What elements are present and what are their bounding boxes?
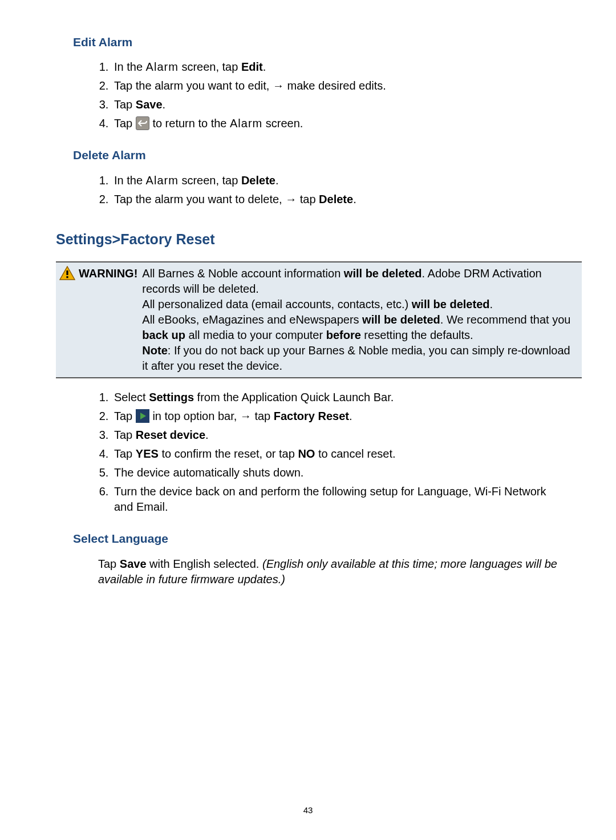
- text: .: [263, 60, 266, 73]
- text: In the: [114, 60, 146, 73]
- warning-body: All Barnes & Noble account information w…: [142, 266, 578, 374]
- text: back up: [142, 329, 185, 341]
- delete-alarm-steps: In the Alarm screen, tap Delete. Tap the…: [73, 173, 565, 207]
- text: in top option bar, → tap: [152, 410, 273, 422]
- text: will be deleted: [344, 267, 422, 280]
- text: to return to the: [152, 117, 230, 130]
- text: . We recommend that you: [440, 313, 571, 326]
- list-item: In the Alarm screen, tap Edit.: [112, 59, 565, 75]
- list-item: Turn the device back on and perform the …: [112, 484, 565, 515]
- text: The device automatically shuts down.: [114, 466, 303, 479]
- text: Delete: [319, 193, 353, 205]
- list-item: Tap YES to confirm the reset, or tap NO …: [112, 446, 565, 462]
- text: Tap: [114, 117, 136, 130]
- text: Tap: [114, 447, 136, 460]
- text: .: [353, 193, 356, 205]
- text: All Barnes & Noble account information: [142, 267, 344, 280]
- text: All eBooks, eMagazines and eNewspapers: [142, 313, 362, 326]
- text: Tap the alarm you want to edit, → make d…: [114, 79, 386, 92]
- warning-label: WARNING!: [79, 266, 137, 281]
- heading-delete-alarm: Delete Alarm: [73, 147, 565, 163]
- text: screen, tap: [179, 60, 241, 73]
- text: .: [489, 298, 493, 310]
- text: Tap: [114, 98, 136, 111]
- list-item: In the Alarm screen, tap Delete.: [112, 173, 565, 188]
- text: Delete: [241, 174, 275, 187]
- back-icon: [136, 116, 149, 130]
- text: Turn the device back on and perform the …: [114, 485, 546, 513]
- text: to cancel reset.: [315, 447, 395, 460]
- factory-reset-steps: Select Settings from the Application Qui…: [73, 390, 565, 515]
- warning-icon: [59, 266, 75, 281]
- text: .: [163, 98, 166, 111]
- text: Alarm: [146, 174, 179, 187]
- text: Factory Reset: [274, 410, 349, 422]
- text: NO: [298, 447, 315, 460]
- text: all media to your computer: [185, 329, 326, 341]
- text: All personalized data (email accounts, c…: [142, 298, 411, 310]
- list-item: Tap Save.: [112, 97, 565, 112]
- play-icon: [136, 409, 149, 423]
- document-page: Edit Alarm In the Alarm screen, tap Edit…: [0, 0, 616, 840]
- list-item: Tap the alarm you want to delete, → tap …: [112, 192, 565, 207]
- list-item: Select Settings from the Application Qui…: [112, 390, 565, 405]
- text: Tap: [114, 429, 136, 441]
- text: .: [275, 174, 279, 187]
- heading-select-language: Select Language: [73, 531, 565, 547]
- warning-box: WARNING! All Barnes & Noble account info…: [56, 261, 582, 378]
- text: screen, tap: [179, 174, 241, 187]
- list-item: Tap to return to the Alarm screen.: [112, 116, 565, 131]
- svg-marker-3: [140, 413, 146, 419]
- text: .: [349, 410, 352, 422]
- warning-label-area: WARNING!: [59, 266, 142, 374]
- text: Tap: [114, 410, 136, 422]
- text: Tap: [98, 558, 120, 570]
- page-number: 43: [0, 805, 616, 816]
- text: before: [326, 329, 361, 341]
- text: will be deleted: [362, 313, 440, 326]
- text: : If you do not back up your Barnes & No…: [142, 344, 570, 372]
- heading-factory-reset: Settings>Factory Reset: [56, 230, 565, 249]
- text: Alarm: [230, 117, 262, 130]
- list-item: Tap the alarm you want to edit, → make d…: [112, 78, 565, 94]
- list-item: Tap in top option bar, → tap Factory Res…: [112, 409, 565, 424]
- heading-edit-alarm: Edit Alarm: [73, 34, 565, 50]
- text: resetting the defaults.: [361, 329, 473, 341]
- text: Select: [114, 391, 149, 403]
- text: Alarm: [146, 60, 179, 73]
- text: Save: [136, 98, 163, 111]
- text: with English selected.: [147, 558, 262, 570]
- svg-rect-1: [66, 270, 68, 275]
- text: Save: [120, 558, 147, 570]
- list-item: The device automatically shuts down.: [112, 465, 565, 480]
- select-language-body: Tap Save with English selected. (English…: [98, 556, 565, 587]
- text: Settings: [149, 391, 194, 403]
- text: In the: [114, 174, 146, 187]
- svg-rect-2: [66, 276, 68, 278]
- text: YES: [136, 447, 159, 460]
- text: Note: [142, 344, 167, 357]
- edit-alarm-steps: In the Alarm screen, tap Edit. Tap the a…: [73, 59, 565, 131]
- text: .: [205, 429, 209, 441]
- text: will be deleted: [412, 298, 490, 310]
- list-item: Tap Reset device.: [112, 427, 565, 443]
- text: to confirm the reset, or tap: [159, 447, 298, 460]
- text: screen.: [262, 117, 303, 130]
- text: from the Application Quick Launch Bar.: [194, 391, 394, 403]
- text: Reset device: [136, 429, 205, 441]
- text: Edit: [241, 60, 263, 73]
- text: Tap the alarm you want to delete, → tap: [114, 193, 319, 205]
